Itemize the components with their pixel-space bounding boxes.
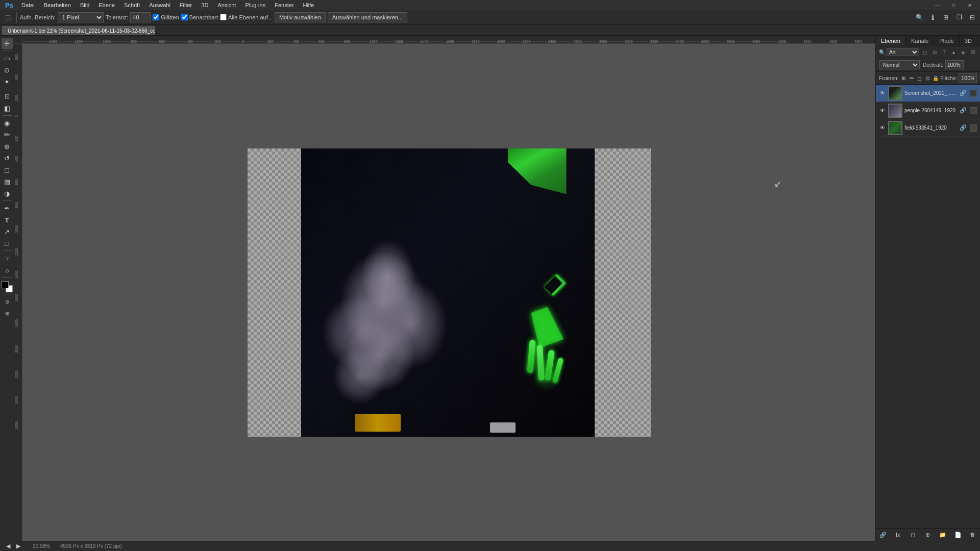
statusbar-arrow-right[interactable]: ▶: [14, 542, 22, 550]
statusbar-arrow-left[interactable]: ◀: [4, 542, 12, 550]
benachbart-checkbox[interactable]: [181, 14, 188, 20]
zoom-tool[interactable]: ⌕: [2, 264, 13, 276]
tab-pfade[interactable]: Pfade: [934, 36, 960, 46]
quick-mask-tool[interactable]: ⊘: [2, 296, 13, 307]
menu-schrift[interactable]: Schrift: [120, 1, 144, 9]
dodge-tool[interactable]: ◑: [2, 188, 13, 199]
marquee-tool[interactable]: ▭: [2, 53, 13, 64]
menu-auswahl[interactable]: Auswahl: [145, 1, 175, 9]
spot-heal-tool[interactable]: ◉: [2, 117, 13, 129]
layers-filter-type-text[interactable]: T: [940, 48, 948, 56]
menu-plugins[interactable]: Plug-ins: [241, 1, 270, 9]
canvas-transparent-right: [595, 148, 651, 437]
top-ruler-row: -1400 -1200 -1000 -800 -600 -400 -200 0 …: [14, 36, 875, 44]
toleranz-input[interactable]: [130, 12, 151, 22]
layers-filter-type-shape[interactable]: ▲: [950, 48, 958, 56]
brush-tool[interactable]: ✏: [2, 129, 13, 140]
history-brush-tool[interactable]: ↺: [2, 153, 13, 164]
menu-3d[interactable]: 3D: [197, 1, 212, 9]
layer-item-field[interactable]: 👁 field-533541_1920 🔗: [876, 119, 980, 137]
color-swatches[interactable]: [2, 281, 13, 292]
magic-wand-tool[interactable]: ✦: [2, 76, 13, 87]
alle-ebenen-checkbox[interactable]: [220, 14, 227, 20]
gradient-tool[interactable]: ▦: [2, 176, 13, 187]
menu-bearbeiten[interactable]: Bearbeiten: [40, 1, 75, 9]
layer-link-1[interactable]: 🔗: [960, 90, 967, 97]
tabbar: Unbenannt-1 bei 21% (Screenshot_2021-06-…: [0, 24, 980, 36]
canvas-ruler-left-row: -600 -400 -200 0 200 400 600 800 1000 12…: [14, 44, 875, 541]
maximize-button[interactable]: □: [945, 0, 962, 10]
add-style-btn[interactable]: fx: [894, 531, 902, 539]
selection-tool-icon[interactable]: ⬚: [2, 12, 13, 23]
ruler-h-mark: -800: [130, 40, 137, 43]
motiv-auswaehlen-button[interactable]: Motiv auswählen: [275, 12, 326, 22]
menu-bild[interactable]: Bild: [76, 1, 93, 9]
lock-all-btn[interactable]: 🔒: [932, 74, 939, 82]
minimize-button[interactable]: —: [929, 0, 945, 10]
move-tool[interactable]: ✛: [2, 38, 13, 49]
link-layers-btn[interactable]: 🔗: [879, 531, 887, 539]
new-group-btn[interactable]: 📁: [939, 531, 947, 539]
layers-filter-type-adjust[interactable]: ⊟: [930, 48, 939, 56]
menu-filter[interactable]: Filter: [176, 1, 196, 9]
layer-visibility-1[interactable]: 👁: [879, 90, 886, 97]
lock-position-btn[interactable]: ⊞: [900, 74, 906, 82]
type-tool[interactable]: T: [2, 214, 13, 226]
document-tab[interactable]: Unbenannt-1 bei 21% (Screenshot_2021-06-…: [2, 26, 155, 35]
layer-visibility-3[interactable]: 👁: [879, 124, 886, 132]
layer-link-2[interactable]: 🔗: [960, 107, 967, 114]
lasso-tool[interactable]: ⊙: [2, 64, 13, 76]
hand-tool[interactable]: ☞: [2, 253, 13, 264]
menu-datei[interactable]: Datei: [17, 1, 39, 9]
add-adjustment-btn[interactable]: ⊕: [924, 531, 932, 539]
canvas-area[interactable]: ↙: [22, 44, 875, 541]
blend-mode-select[interactable]: Normal: [879, 60, 920, 69]
menu-ebene[interactable]: Ebene: [94, 1, 119, 9]
shape-tool[interactable]: □: [2, 238, 13, 249]
foreground-color[interactable]: [2, 281, 9, 288]
menu-hilfe[interactable]: Hilfe: [299, 1, 318, 9]
screen-mode-tool[interactable]: ⊞: [2, 308, 13, 319]
ruler-vertical: -600 -400 -200 0 200 400 600 800 1000 12…: [14, 44, 22, 541]
pen-tool[interactable]: ✒: [2, 203, 13, 214]
layers-search-row: 🔍 Art ◻ ⊟ T ▲ ◈ ⊘: [876, 46, 980, 58]
aufn-bereich-select[interactable]: 1 Pixel: [58, 12, 104, 22]
arrange-icon[interactable]: ❐: [953, 12, 965, 23]
layer-link-3[interactable]: 🔗: [960, 124, 967, 132]
lock-pixel-btn[interactable]: ◻: [916, 74, 923, 82]
layer-item-screenshot[interactable]: 👁 Screenshot_2021_...com.miui.gallery 🔗: [876, 85, 980, 102]
add-mask-btn[interactable]: ◻: [909, 531, 917, 539]
ruler-h-mark: 2600: [574, 40, 582, 43]
layer-item-people[interactable]: 👁 people-2604149_1920 🔗: [876, 102, 980, 119]
menu-fenster[interactable]: Fenster: [271, 1, 298, 9]
info-icon[interactable]: ℹ: [927, 12, 938, 23]
path-select-tool[interactable]: ↗: [2, 226, 13, 237]
layer-visibility-2[interactable]: 👁: [879, 107, 886, 114]
ruler-horizontal: -1400 -1200 -1000 -800 -600 -400 -200 0 …: [22, 36, 875, 44]
opacity-input[interactable]: [945, 60, 964, 69]
clone-tool[interactable]: ⊕: [2, 141, 13, 152]
glatten-checkbox[interactable]: [153, 14, 159, 20]
tab-3d[interactable]: 3D: [960, 36, 977, 46]
crop-tool[interactable]: ⊡: [2, 91, 13, 102]
eraser-tool[interactable]: ◻: [2, 164, 13, 176]
lock-drawing-btn[interactable]: ✏: [908, 74, 915, 82]
search-icon[interactable]: 🔍: [914, 12, 925, 23]
layers-blend-opacity-row: Normal Deckraft:: [876, 58, 980, 72]
view-icon[interactable]: ⊞: [940, 12, 951, 23]
eyedropper-tool[interactable]: ◧: [2, 103, 13, 114]
workspace-icon[interactable]: ⊟: [967, 12, 978, 23]
new-layer-btn[interactable]: 📄: [954, 531, 962, 539]
delete-layer-btn[interactable]: 🗑: [969, 531, 977, 539]
layers-kind-filter[interactable]: Art: [887, 48, 919, 56]
lock-artboard-btn[interactable]: ⊡: [924, 74, 931, 82]
auswaehlen-maskieren-button[interactable]: Auswählen und maskieren...: [328, 12, 407, 22]
menu-ansicht[interactable]: Ansicht: [213, 1, 240, 9]
tab-kanaele[interactable]: Kanäle: [906, 36, 934, 46]
flaech-input[interactable]: [959, 73, 977, 83]
layers-filter-type-pixel[interactable]: ◻: [921, 48, 929, 56]
layers-filter-type-smart[interactable]: ◈: [959, 48, 967, 56]
tab-ebenen[interactable]: Ebenen: [876, 36, 906, 46]
layers-filter-toggle[interactable]: ⊘: [969, 48, 977, 56]
close-button[interactable]: ✕: [962, 0, 978, 10]
